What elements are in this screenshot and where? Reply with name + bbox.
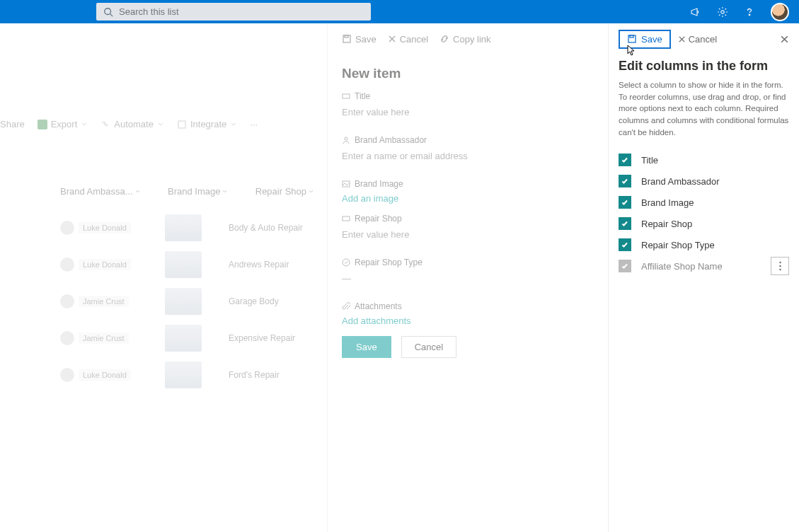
svg-point-15 xyxy=(779,262,781,263)
column-label: Affiliate Shop Name xyxy=(641,261,723,272)
list-toolbar: Share Export Automate Integrate ··· xyxy=(0,119,258,129)
person-cell: Luke Donald xyxy=(60,368,138,382)
column-checkbox[interactable] xyxy=(619,175,631,187)
chevron-down-icon xyxy=(157,121,164,128)
edit-columns-title: Edit columns in the form xyxy=(619,59,789,74)
column-label: Repair Shop Type xyxy=(641,240,715,250)
app-header xyxy=(0,0,799,23)
repair-shop-cell: Andrews Repair xyxy=(229,260,328,270)
choice-icon xyxy=(342,258,350,267)
field-repair-shop: Repair Shop Enter value here xyxy=(342,214,594,248)
brand-image-thumb xyxy=(165,288,202,315)
integrate-button[interactable]: Integrate xyxy=(177,119,237,129)
check-icon xyxy=(621,156,629,164)
copy-link-button[interactable]: Copy link xyxy=(439,34,490,45)
svg-rect-4 xyxy=(38,120,47,129)
save-icon xyxy=(342,34,352,44)
column-label: Brand Image xyxy=(641,197,694,208)
cursor-icon xyxy=(626,44,637,58)
export-button[interactable]: Export xyxy=(38,119,88,129)
column-label: Repair Shop xyxy=(641,219,692,229)
add-image-link[interactable]: Add an image xyxy=(342,193,594,204)
repair-shop-input[interactable]: Enter value here xyxy=(342,228,594,248)
svg-rect-8 xyxy=(343,94,350,98)
cancel-button[interactable]: Cancel xyxy=(388,34,428,45)
field-title: Title Enter value here xyxy=(342,91,594,125)
flow-icon xyxy=(100,120,110,129)
person-avatar xyxy=(60,368,74,382)
column-more-button[interactable] xyxy=(771,257,789,275)
svg-line-1 xyxy=(110,13,113,16)
person-name: Luke Donald xyxy=(79,222,131,233)
column-checkbox[interactable] xyxy=(619,217,631,230)
cancel-form-button[interactable]: Cancel xyxy=(401,336,456,358)
person-icon xyxy=(342,136,350,144)
user-avatar[interactable] xyxy=(771,3,789,21)
form-button-row: Save Cancel xyxy=(342,336,594,358)
brand-image-thumb xyxy=(165,251,202,278)
integrate-icon xyxy=(177,120,187,129)
image-icon xyxy=(342,180,350,188)
edit-columns-command-bar: Save Cancel xyxy=(619,23,789,54)
cancel-button[interactable]: Cancel xyxy=(678,34,717,45)
person-avatar xyxy=(60,331,74,345)
more-vertical-icon xyxy=(779,261,781,271)
close-icon xyxy=(780,35,789,44)
column-checkbox[interactable] xyxy=(619,196,631,209)
col-brand-image[interactable]: Brand Image xyxy=(168,186,227,197)
help-icon[interactable] xyxy=(744,6,755,18)
ambassador-input[interactable]: Enter a name or email address xyxy=(342,149,594,169)
column-item[interactable]: Affiliate Shop Name xyxy=(619,255,789,277)
brand-image-thumb xyxy=(165,214,202,241)
svg-rect-14 xyxy=(630,35,633,37)
chevron-down-icon xyxy=(230,121,237,128)
person-cell: Jamie Crust xyxy=(60,331,138,345)
search-input[interactable] xyxy=(119,6,238,17)
repair-shop-type-input[interactable]: — xyxy=(342,272,594,291)
more-button[interactable]: ··· xyxy=(250,119,258,129)
person-name: Luke Donald xyxy=(79,259,131,270)
column-checkbox[interactable] xyxy=(619,238,631,251)
repair-shop-cell: Ford's Repair xyxy=(229,370,328,380)
column-item[interactable]: Brand Ambassador xyxy=(619,170,789,192)
save-button[interactable]: Save xyxy=(619,30,671,49)
close-panel-button[interactable] xyxy=(780,35,789,44)
save-icon xyxy=(627,34,637,44)
header-right xyxy=(690,3,789,21)
check-icon xyxy=(621,198,629,207)
column-item[interactable]: Repair Shop Type xyxy=(619,234,789,255)
attachment-icon xyxy=(342,302,350,311)
col-brand-ambassador[interactable]: Brand Ambassa... xyxy=(60,186,139,197)
brand-image-thumb xyxy=(165,325,202,352)
person-cell: Luke Donald xyxy=(60,221,138,235)
column-item[interactable]: Brand Image xyxy=(619,192,789,213)
gear-icon[interactable] xyxy=(717,6,728,18)
check-icon xyxy=(621,262,629,270)
panel-edit-columns: Save Cancel Edit columns in the form Sel… xyxy=(608,23,799,532)
text-icon xyxy=(342,92,350,100)
column-item[interactable]: Title xyxy=(619,149,789,170)
column-checkbox xyxy=(619,260,631,272)
svg-rect-7 xyxy=(345,35,348,37)
svg-point-17 xyxy=(779,269,781,270)
col-repair-shop[interactable]: Repair Shop xyxy=(255,186,314,197)
close-icon xyxy=(388,35,396,43)
title-input[interactable]: Enter value here xyxy=(342,105,594,125)
share-button[interactable]: Share xyxy=(0,119,25,129)
person-name: Jamie Crust xyxy=(79,332,129,344)
column-item[interactable]: Repair Shop xyxy=(619,213,789,234)
automate-button[interactable]: Automate xyxy=(100,119,164,129)
person-avatar xyxy=(60,221,74,235)
search-box[interactable] xyxy=(96,3,371,21)
save-button[interactable]: Save xyxy=(342,34,376,45)
announce-icon[interactable] xyxy=(690,6,701,18)
add-attachments-link[interactable]: Add attachments xyxy=(342,316,594,326)
svg-point-16 xyxy=(779,265,781,267)
check-icon xyxy=(621,241,629,249)
check-icon xyxy=(621,177,629,185)
save-form-button[interactable]: Save xyxy=(342,336,391,358)
column-checkbox[interactable] xyxy=(619,154,631,166)
panel-new-item: Save Cancel Copy link New item Title Ent… xyxy=(327,23,608,532)
svg-point-3 xyxy=(749,14,749,15)
svg-point-9 xyxy=(345,137,347,140)
